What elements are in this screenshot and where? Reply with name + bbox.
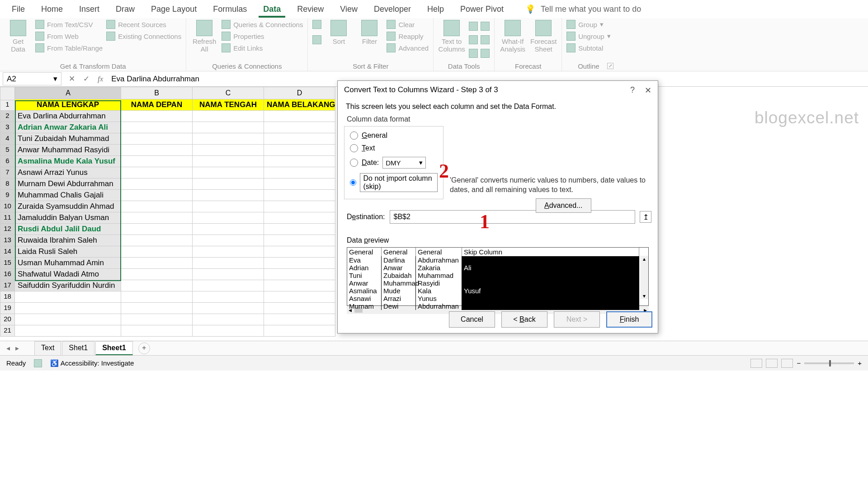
cell[interactable]: Zuraida Syamsuddin Ahmad	[15, 201, 121, 212]
cell[interactable]: Laida Rusli Saleh	[15, 246, 121, 258]
column-header-D[interactable]: D	[264, 87, 335, 99]
cell[interactable]	[121, 167, 193, 178]
row-header[interactable]: 18	[0, 291, 15, 303]
cell[interactable]	[121, 258, 193, 269]
cell[interactable]	[264, 269, 335, 280]
preview-column-header[interactable]: Skip Column	[462, 248, 639, 256]
cell[interactable]	[264, 303, 335, 314]
tab-review[interactable]: Review	[289, 1, 332, 18]
group-button[interactable]: Group ▾	[566, 20, 611, 29]
cancel-button[interactable]: Cancel	[449, 311, 495, 328]
cell[interactable]	[193, 201, 264, 212]
cell[interactable]	[121, 224, 193, 235]
manage-model-icon[interactable]	[481, 49, 490, 58]
cell[interactable]	[121, 291, 193, 303]
cell[interactable]	[121, 190, 193, 201]
cell[interactable]	[121, 212, 193, 224]
cell[interactable]	[193, 303, 264, 314]
row-header[interactable]: 12	[0, 224, 15, 235]
subtotal-button[interactable]: Subtotal	[566, 43, 611, 52]
tab-data[interactable]: Data	[255, 1, 289, 18]
preview-column-header[interactable]: General	[416, 248, 462, 256]
header-cell[interactable]: NAMA LENGKAP	[15, 99, 121, 111]
preview-column[interactable]: DarlinaAnwarZubaidahMuhammadMudeArraziDe…	[382, 256, 416, 310]
cell[interactable]	[264, 212, 335, 224]
row-header[interactable]: 9	[0, 190, 15, 201]
cell[interactable]	[264, 145, 335, 156]
cell[interactable]	[193, 314, 264, 325]
recent-sources-button[interactable]: Recent Sources	[106, 20, 181, 29]
header-cell[interactable]: NAMA TENGAH	[193, 99, 264, 111]
cell[interactable]: Usman Muhammad Amin	[15, 258, 121, 269]
preview-column-header[interactable]: General	[347, 248, 382, 256]
cell[interactable]: Adrian Anwar Zakaria Ali	[15, 122, 121, 133]
cell[interactable]	[15, 291, 121, 303]
help-icon[interactable]: ?	[630, 85, 635, 95]
tab-developer[interactable]: Developer	[366, 1, 419, 18]
insert-function-icon[interactable]: fx	[98, 75, 103, 84]
from-web-button[interactable]: From Web	[35, 32, 103, 41]
advanced-filter-button[interactable]: Advanced	[387, 43, 429, 52]
cell[interactable]	[264, 314, 335, 325]
reapply-button[interactable]: Reapply	[387, 32, 429, 41]
cancel-formula-icon[interactable]: ✕	[69, 74, 75, 84]
cell[interactable]	[121, 111, 193, 122]
name-box[interactable]: A2▾	[3, 72, 61, 85]
consolidate-icon[interactable]	[481, 22, 490, 31]
cell[interactable]: Saifuddin Syarifuddin Nurdin	[15, 280, 121, 291]
cell[interactable]	[264, 258, 335, 269]
from-table-button[interactable]: From Table/Range	[35, 43, 103, 52]
cell[interactable]	[193, 280, 264, 291]
cell[interactable]: Rusdi Abdul Jalil Daud	[15, 224, 121, 235]
row-header[interactable]: 10	[0, 201, 15, 212]
cell[interactable]	[264, 325, 335, 337]
cell[interactable]	[193, 224, 264, 235]
row-header[interactable]: 6	[0, 156, 15, 167]
cell[interactable]	[264, 291, 335, 303]
cell[interactable]	[264, 246, 335, 258]
row-header[interactable]: 2	[0, 111, 15, 122]
sort-asc-button[interactable]	[312, 20, 321, 29]
radio-general[interactable]: General	[349, 129, 439, 142]
preview-column-header[interactable]: General	[382, 248, 416, 256]
tab-view[interactable]: View	[332, 1, 366, 18]
close-icon[interactable]: ✕	[645, 85, 651, 95]
clear-button[interactable]: Clear	[387, 20, 429, 29]
row-header[interactable]: 21	[0, 325, 15, 337]
cell[interactable]	[15, 325, 121, 337]
queries-connections-button[interactable]: Queries & Connections	[222, 20, 303, 29]
cell[interactable]	[121, 122, 193, 133]
enter-formula-icon[interactable]: ✓	[83, 74, 90, 84]
finish-button[interactable]: Finish	[606, 311, 652, 328]
cell[interactable]	[121, 235, 193, 246]
cell[interactable]	[121, 201, 193, 212]
cell[interactable]	[264, 133, 335, 145]
sheet-tab-sheet1[interactable]: Sheet1	[95, 341, 132, 356]
cell[interactable]	[193, 133, 264, 145]
cell[interactable]	[264, 178, 335, 190]
row-header[interactable]: 3	[0, 122, 15, 133]
preview-scrollbar-vertical[interactable]: ▴▾	[640, 256, 648, 299]
tell-me-input[interactable]: Tell me what you want to do	[541, 5, 641, 14]
select-all-button[interactable]	[0, 87, 15, 100]
refresh-all-button[interactable]: Refresh All	[191, 20, 218, 53]
cell[interactable]	[264, 111, 335, 122]
advanced-button[interactable]: Advanced...	[536, 198, 591, 213]
flash-fill-icon[interactable]	[469, 22, 478, 31]
header-cell[interactable]: NAMA DEPAN	[121, 99, 193, 111]
row-header[interactable]: 4	[0, 133, 15, 145]
relationships-icon[interactable]	[481, 35, 490, 44]
row-header[interactable]: 1	[0, 99, 15, 111]
cell[interactable]	[193, 122, 264, 133]
text-to-columns-button[interactable]: Text to Columns	[438, 20, 465, 53]
cell[interactable]	[121, 145, 193, 156]
cell[interactable]	[264, 167, 335, 178]
sheet-tab-text[interactable]: Text	[34, 341, 61, 356]
row-header[interactable]: 7	[0, 167, 15, 178]
cell[interactable]: Shafwatul Wadadi Atmo	[15, 269, 121, 280]
row-header[interactable]: 16	[0, 269, 15, 280]
row-header[interactable]: 15	[0, 258, 15, 269]
collapse-dialog-icon[interactable]: ↥	[640, 211, 651, 223]
cell[interactable]	[121, 269, 193, 280]
row-header[interactable]: 8	[0, 178, 15, 190]
